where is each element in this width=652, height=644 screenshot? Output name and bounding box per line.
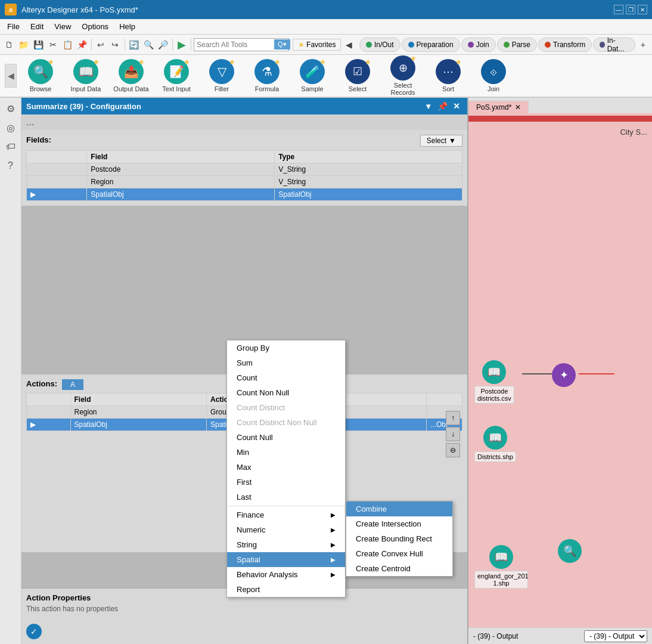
copy-button[interactable]: 📋 bbox=[61, 37, 74, 52]
tool-join[interactable]: ⟐ Join bbox=[472, 57, 515, 95]
summarize-node[interactable]: ✦ bbox=[552, 363, 576, 389]
minimize-button[interactable]: — bbox=[614, 5, 623, 14]
new-button[interactable]: 🗋 bbox=[2, 37, 15, 52]
sidebar-tag-icon[interactable]: 🏷 bbox=[2, 138, 19, 155]
node-england[interactable]: 📖 england_gor_2011.shp bbox=[474, 545, 528, 589]
sidebar-help-icon[interactable]: ? bbox=[2, 157, 19, 174]
ctx-spatial[interactable]: Spatial ▶ bbox=[227, 552, 345, 567]
tool-filter[interactable]: ▽★ Filter bbox=[200, 57, 243, 95]
add-action-button[interactable]: A bbox=[62, 379, 83, 390]
table-row[interactable]: Region V_String bbox=[27, 176, 462, 188]
undo-button[interactable]: ↩ bbox=[94, 37, 107, 52]
tab-join[interactable]: Join bbox=[461, 38, 496, 52]
tool-select[interactable]: ☑★ Select bbox=[336, 57, 379, 95]
move-up-button[interactable]: ↑ bbox=[446, 411, 460, 425]
config-header-btn-menu[interactable]: ▾ bbox=[422, 100, 434, 112]
tool-input-data[interactable]: 📖★ Input Data bbox=[64, 57, 107, 95]
redo-button[interactable]: ↪ bbox=[108, 37, 122, 52]
filter-star: ★ bbox=[229, 58, 235, 66]
table-row[interactable]: Postcode V_String bbox=[27, 163, 462, 176]
sidebar-settings-icon[interactable]: ⚙ bbox=[2, 100, 19, 117]
ctx-count-distinct-non-null[interactable]: Count Distinct Non Null bbox=[227, 415, 345, 430]
tab-transform[interactable]: Transform bbox=[538, 38, 592, 52]
ctx-numeric[interactable]: Numeric ▶ bbox=[227, 522, 345, 537]
sidebar-target-icon[interactable]: ◎ bbox=[2, 119, 19, 136]
sub-create-centroid[interactable]: Create Centroid bbox=[346, 561, 452, 576]
sub-combine[interactable]: Combine bbox=[346, 501, 452, 516]
text-input-star: ★ bbox=[184, 58, 190, 66]
paste-button[interactable]: 📌 bbox=[75, 37, 88, 52]
delete-button[interactable]: ⊖ bbox=[446, 443, 460, 457]
refresh-button[interactable]: 🔄 bbox=[127, 37, 140, 52]
zoom-out-button[interactable]: 🔎 bbox=[156, 37, 169, 52]
table-row-selected[interactable]: ▶ SpatialObj SpatialObj bbox=[27, 188, 462, 201]
menu-help[interactable]: Help bbox=[114, 21, 140, 32]
ctx-behavior[interactable]: Behavior Analysis ▶ bbox=[227, 567, 345, 582]
ctx-last[interactable]: Last bbox=[227, 490, 345, 504]
sub-create-bounding-label: Create Bounding Rect bbox=[356, 534, 432, 543]
node-districts[interactable]: 📖 Districts.shp bbox=[474, 426, 516, 462]
fields-section: Fields: Select ▼ Field Type bbox=[21, 130, 467, 206]
tool-formula[interactable]: ⚗★ Formula bbox=[246, 57, 288, 95]
tool-browse[interactable]: 🔍★ Browse bbox=[19, 57, 62, 95]
save-button[interactable]: 💾 bbox=[32, 37, 45, 52]
tool-sample[interactable]: 🧪★ Sample bbox=[291, 57, 334, 95]
tab-parse[interactable]: Parse bbox=[497, 38, 537, 52]
checkmark-button[interactable]: ✓ bbox=[26, 624, 42, 639]
favorites-button[interactable]: ★ Favorites bbox=[293, 39, 341, 51]
tool-palette: ◀ 🔍★ Browse 📖★ Input Data 📤★ Output Data… bbox=[0, 55, 652, 98]
ctx-count[interactable]: Count bbox=[227, 370, 345, 385]
tool-text-input[interactable]: 📝★ Text Input bbox=[155, 57, 198, 95]
tab-indat[interactable]: In-Dat... bbox=[593, 38, 635, 52]
ctx-string[interactable]: String ▶ bbox=[227, 537, 345, 552]
ctx-sum[interactable]: Sum bbox=[227, 355, 345, 370]
ctx-count-non-null[interactable]: Count Non Null bbox=[227, 385, 345, 400]
tab-preparation[interactable]: Preparation bbox=[402, 38, 460, 52]
canvas-tab-close[interactable]: ✕ bbox=[515, 103, 521, 112]
ctx-count-distinct[interactable]: Count Distinct bbox=[227, 400, 345, 415]
output-select[interactable]: - (39) - Output bbox=[584, 630, 647, 642]
tab-inout[interactable]: In/Out bbox=[359, 38, 400, 52]
tool-sort[interactable]: ⋯★ Sort bbox=[427, 57, 470, 95]
ctx-behavior-label: Behavior Analysis bbox=[237, 570, 298, 579]
ctx-report[interactable]: Report bbox=[227, 582, 345, 597]
move-down-button[interactable]: ↓ bbox=[446, 427, 460, 441]
search-input[interactable] bbox=[197, 41, 274, 49]
palette-prev[interactable]: ◀ bbox=[5, 64, 17, 88]
search-button[interactable]: Q▾ bbox=[274, 39, 290, 49]
close-button[interactable]: ✕ bbox=[638, 5, 647, 14]
ctx-group-by[interactable]: Group By bbox=[227, 340, 345, 355]
menu-view[interactable]: View bbox=[49, 21, 76, 32]
open-button[interactable]: 📁 bbox=[17, 37, 30, 52]
city-label: City S... bbox=[620, 128, 647, 137]
sub-create-convex[interactable]: Create Convex Hull bbox=[346, 546, 452, 561]
sub-create-bounding[interactable]: Create Bounding Rect bbox=[346, 531, 452, 546]
cut-button[interactable]: ✂ bbox=[46, 37, 59, 52]
nav-back-button[interactable]: ◀ bbox=[342, 37, 355, 52]
ctx-min[interactable]: Min bbox=[227, 445, 345, 460]
ctx-first[interactable]: First bbox=[227, 475, 345, 490]
join-label: Join bbox=[488, 85, 499, 92]
run-button[interactable]: ▶ bbox=[175, 37, 188, 52]
browse-node-icon: 🔍 bbox=[558, 539, 582, 563]
zoom-in-button[interactable]: 🔍 bbox=[142, 37, 155, 52]
restore-button[interactable]: ❐ bbox=[626, 5, 635, 14]
more-tabs-button[interactable]: + bbox=[637, 37, 650, 52]
menu-edit[interactable]: Edit bbox=[26, 21, 48, 32]
config-header-btn-close[interactable]: ✕ bbox=[451, 100, 462, 112]
canvas-tab-pos[interactable]: PoS.yxmd* ✕ bbox=[468, 101, 529, 113]
menu-file[interactable]: File bbox=[2, 21, 24, 32]
tool-output-data[interactable]: 📤★ Output Data bbox=[110, 57, 153, 95]
node-postcode[interactable]: 📖 Postcodedistricts.csv bbox=[474, 360, 514, 404]
browse-node[interactable]: 🔍 bbox=[558, 539, 582, 565]
england-node-label: england_gor_2011.shp bbox=[474, 571, 528, 589]
canvas-area[interactable]: PoS.yxmd* ✕ City S... 📖 Postcodedistrict… bbox=[468, 98, 652, 644]
menu-options[interactable]: Options bbox=[77, 21, 113, 32]
ctx-max[interactable]: Max bbox=[227, 460, 345, 475]
select-fields-button[interactable]: Select ▼ bbox=[420, 135, 462, 147]
ctx-finance[interactable]: Finance ▶ bbox=[227, 507, 345, 522]
ctx-count-null[interactable]: Count Null bbox=[227, 430, 345, 445]
config-header-btn-pin[interactable]: 📌 bbox=[436, 100, 448, 112]
sub-create-intersection[interactable]: Create Intersection bbox=[346, 516, 452, 531]
tool-select-records[interactable]: ⊕★ Select Records bbox=[381, 55, 424, 98]
